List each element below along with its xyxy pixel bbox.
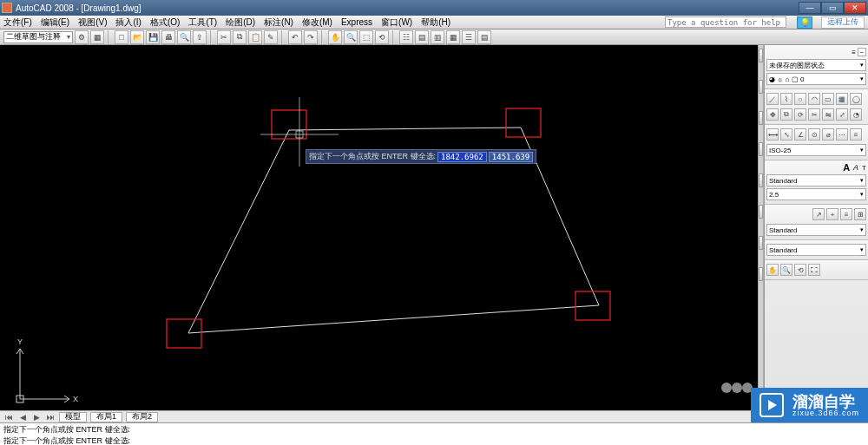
layer-manager-icon[interactable]: ≡ [852, 49, 856, 56]
zoom2-icon[interactable]: 🔍 [780, 264, 792, 276]
arc-icon[interactable]: ◠ [808, 93, 820, 105]
zoom-window-icon[interactable]: ⬚ [359, 30, 373, 44]
watermark-overlay: 溜溜自学 zixue.3d66.com [751, 388, 868, 422]
dim-continue-icon[interactable]: ⋯ [836, 128, 848, 141]
dyn-coord-y[interactable]: 1451.639 [489, 152, 533, 162]
move-icon[interactable]: ✥ [766, 108, 779, 121]
zoom-prev-icon[interactable]: ⟲ [375, 30, 389, 44]
fillet-icon[interactable]: ◔ [850, 108, 862, 121]
menu-dim[interactable]: 标注(N) [264, 16, 293, 29]
copy-icon[interactable]: ⧉ [780, 108, 792, 121]
line-icon[interactable]: ／ [766, 93, 779, 105]
publish-icon[interactable]: ⇪ [193, 30, 207, 44]
workspace-settings-icon[interactable]: ⚙ [75, 30, 89, 44]
panel-grip[interactable] [758, 45, 764, 410]
new-icon[interactable]: □ [115, 30, 128, 44]
properties-icon[interactable]: ☷ [399, 30, 413, 44]
menu-insert[interactable]: 插入(I) [115, 16, 141, 29]
pline-icon[interactable]: ⌇ [780, 93, 792, 105]
pan-icon[interactable]: ✋ [328, 30, 342, 44]
save-icon[interactable]: 💾 [146, 30, 160, 44]
redo-icon[interactable]: ↷ [304, 30, 318, 44]
cut-icon[interactable]: ✂ [217, 30, 231, 44]
mleaderstyle-combo[interactable]: Standard [766, 224, 866, 236]
workspace-combo[interactable]: 二维草图与注释 [3, 31, 73, 43]
quick-toolbar: 二维草图与注释 ⚙ ▦ □ 📂 💾 🖶 🔍 ⇪ ✂ ⧉ 📋 ✎ ↶ ↷ ✋ 🔍 … [0, 29, 868, 45]
text-icon[interactable]: T [862, 164, 866, 172]
menu-window[interactable]: 窗口(W) [381, 16, 412, 29]
mleader-align-icon[interactable]: ≡ [840, 208, 852, 220]
menu-file[interactable]: 文件(F) [3, 16, 32, 29]
markup-icon[interactable]: ☰ [462, 30, 476, 44]
infocenter-button[interactable]: 💡 [797, 16, 812, 29]
help-search-input[interactable] [665, 16, 786, 28]
scale-icon[interactable]: ⤢ [836, 108, 848, 121]
zoom-icon[interactable]: 🔍 [344, 30, 358, 44]
dimstyle-combo[interactable]: ISO-25 [766, 144, 866, 156]
rotate-icon[interactable]: ⟳ [794, 108, 806, 121]
dim-radius-icon[interactable]: ⊙ [808, 128, 820, 141]
dyn-coord-x[interactable]: 1842.6962 [437, 152, 487, 162]
preview-icon[interactable]: 🔍 [177, 30, 191, 44]
open-icon[interactable]: 📂 [130, 30, 144, 44]
sheet-set-icon[interactable]: ▦ [446, 30, 460, 44]
menu-help[interactable]: 帮助(H) [421, 16, 450, 29]
tab-layout1[interactable]: 布局1 [90, 412, 122, 422]
menu-format[interactable]: 格式(O) [150, 16, 180, 29]
trim-icon[interactable]: ✂ [808, 108, 820, 121]
plot-icon[interactable]: 🖶 [161, 30, 175, 44]
designcenter-icon[interactable]: ▤ [415, 30, 429, 44]
rect-icon[interactable]: ▭ [822, 93, 834, 105]
mirror-icon[interactable]: ⇋ [822, 108, 834, 121]
textsize-combo[interactable]: 2.5 [766, 188, 866, 200]
paste-icon[interactable]: 📋 [248, 30, 262, 44]
maximize-button[interactable]: ▭ [821, 2, 844, 14]
mtext-icon[interactable]: A [853, 163, 858, 172]
drawing-canvas[interactable]: Y X 指定下一个角点或按 ENTER 键全选: 1842.6962 1451.… [0, 45, 758, 410]
close-button[interactable]: ✕ [844, 2, 866, 14]
layer-combo[interactable]: ◕ ☼ ⌂ ▢ 0 [766, 73, 866, 85]
window-titlebar: AutoCAD 2008 - [Drawing1.dwg] — ▭ ✕ [0, 0, 868, 16]
tablestyle-combo[interactable]: Standard [766, 244, 866, 256]
menu-draw[interactable]: 绘图(D) [226, 16, 255, 29]
collapse-icon[interactable]: – [858, 48, 866, 56]
dim-aligned-icon[interactable]: ⤡ [780, 128, 792, 141]
tab-next-icon[interactable]: ▶ [31, 413, 42, 422]
match-icon[interactable]: ✎ [264, 30, 278, 44]
dim-baseline-icon[interactable]: ≡ [850, 128, 862, 141]
undo-icon[interactable]: ↶ [288, 30, 302, 44]
quickcalc-icon[interactable]: ▤ [477, 30, 491, 44]
remote-upload-button[interactable]: 远程上传 [821, 16, 865, 29]
orbit-icon[interactable]: ⟲ [794, 264, 806, 276]
command-window[interactable]: 指定下一个角点或按 ENTER 键全选: 指定下一个角点或按 ENTER 键全选… [0, 422, 868, 445]
mleader-add-icon[interactable]: + [826, 208, 838, 220]
tab-layout2[interactable]: 布局2 [126, 412, 158, 422]
copy-icon[interactable]: ⧉ [233, 30, 247, 44]
tab-model[interactable]: 模型 [59, 412, 87, 422]
menu-tools[interactable]: 工具(T) [188, 16, 217, 29]
mleader-collect-icon[interactable]: ⊞ [854, 208, 866, 220]
tab-last-icon[interactable]: ⏭ [45, 413, 56, 422]
menu-modify[interactable]: 修改(M) [302, 16, 332, 29]
circle-icon[interactable]: ○ [794, 93, 806, 105]
menu-express[interactable]: Express [341, 17, 372, 27]
extents-icon[interactable]: ⛶ [808, 264, 820, 276]
ellipse-icon[interactable]: ◯ [850, 93, 862, 105]
mleader-icon[interactable]: ↗ [812, 208, 825, 220]
pan2-icon[interactable]: ✋ [766, 264, 779, 276]
axis-y-label: Y [17, 337, 23, 346]
menu-view[interactable]: 视图(V) [78, 16, 107, 29]
dim-diameter-icon[interactable]: ⌀ [822, 128, 834, 141]
layer-state-combo[interactable]: 未保存的图层状态 [766, 59, 866, 71]
textstyle-combo[interactable]: Standard [766, 174, 866, 187]
tab-prev-icon[interactable]: ◀ [17, 413, 28, 422]
dim-linear-icon[interactable]: ⟷ [766, 128, 779, 141]
menu-edit[interactable]: 编辑(E) [41, 16, 69, 29]
hatch-icon[interactable]: ▦ [836, 93, 848, 105]
svg-line-2 [188, 305, 599, 333]
tab-first-icon[interactable]: ⏮ [3, 413, 14, 422]
minimize-button[interactable]: — [799, 2, 821, 14]
dim-angular-icon[interactable]: ∠ [794, 128, 806, 141]
toolbar-button[interactable]: ▦ [90, 30, 104, 44]
toolpalettes-icon[interactable]: ▥ [431, 30, 444, 44]
